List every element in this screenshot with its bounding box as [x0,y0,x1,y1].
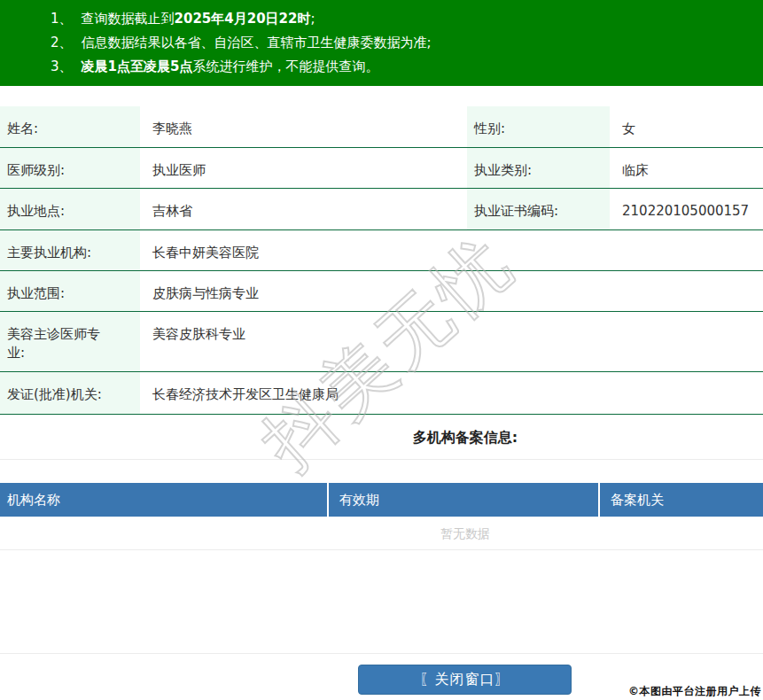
table-row: 发证(批准)机关: 长春经济技术开发区卫生健康局 [0,372,763,415]
result-content: 姓名: 李晓燕 性别: 女 医师级别: 执业医师 执业类别: 临床 执业地点: … [0,106,763,550]
footer-divider [0,653,763,654]
table-row: 医师级别: 执业医师 执业类别: 临床 [0,148,763,189]
field-label-practice-location: 执业地点: [0,189,140,229]
field-value-certificate-number: 210220105000157 [610,189,763,229]
field-label-main-institution: 主要执业机构: [0,230,140,270]
field-label-practice-category: 执业类别: [467,148,610,188]
notice-text-bold: 2025年4月20日22时 [175,11,311,27]
field-label-practice-scope: 执业范围: [0,271,140,311]
column-header-record-authority: 备案机关 [600,483,763,517]
table-row: 主要执业机构: 长春中妍美容医院 [0,230,763,271]
notice-text: 查询数据截止到 [82,11,175,27]
notice-number: 3、 [51,58,73,74]
records-section-title: 多机构备案信息: [0,415,763,460]
notice-line-1: 1、查询数据截止到2025年4月20日22时; [51,7,763,31]
table-row: 美容主诊医师专业: 美容皮肤科专业 [0,312,763,372]
notice-text-bold: 凌晨1点至凌晨5点 [82,58,193,74]
field-value-issuing-authority: 长春经济技术开发区卫生健康局 [140,372,763,414]
field-value-name: 李晓燕 [140,106,467,147]
column-header-validity-period: 有效期 [329,483,600,517]
field-value-practice-scope: 皮肤病与性病专业 [140,271,763,311]
notice-text: ; [310,11,315,27]
field-value-gender: 女 [610,106,763,147]
close-window-button[interactable]: 〖关闭窗口〗 [358,665,572,695]
records-table-header: 机构名称 有效期 备案机关 [0,483,763,517]
query-result-page: 1、查询数据截止到2025年4月20日22时; 2、信息数据结果以各省、自治区、… [0,0,763,700]
field-label-certificate-number: 执业证书编码: [467,189,610,229]
field-value-practice-location: 吉林省 [140,189,467,229]
records-empty-state: 暂无数据 [0,517,763,550]
field-label-doctor-level: 医师级别: [0,148,140,188]
table-row: 执业地点: 吉林省 执业证书编码: 210220105000157 [0,189,763,230]
notice-number: 2、 [51,35,73,51]
field-label-gender: 性别: [467,106,610,147]
notice-line-2: 2、信息数据结果以各省、自治区、直辖市卫生健康委数据为准; [51,31,763,55]
notice-number: 1、 [51,11,73,27]
column-header-institution-name: 机构名称 [0,483,329,517]
field-value-cosmetic-specialty: 美容皮肤科专业 [140,312,763,371]
field-value-main-institution: 长春中妍美容医院 [140,230,763,270]
field-label-name: 姓名: [0,106,140,147]
field-value-doctor-level: 执业医师 [140,148,467,188]
field-value-practice-category: 临床 [610,148,763,188]
field-label-issuing-authority: 发证(批准)机关: [0,372,140,414]
notice-text: 系统进行维护，不能提供查询。 [192,58,378,74]
notice-text: 信息数据结果以各省、自治区、直辖市卫生健康委数据为准; [82,35,432,51]
table-row: 姓名: 李晓燕 性别: 女 [0,106,763,148]
notice-line-3: 3、凌晨1点至凌晨5点系统进行维护，不能提供查询。 [51,55,763,79]
field-label-cosmetic-specialty: 美容主诊医师专业: [0,312,140,371]
copyright-stamp: ©本图由平台注册用户上传 [628,684,761,699]
table-row: 执业范围: 皮肤病与性病专业 [0,271,763,312]
notice-banner: 1、查询数据截止到2025年4月20日22时; 2、信息数据结果以各省、自治区、… [0,0,763,86]
doctor-info-table: 姓名: 李晓燕 性别: 女 医师级别: 执业医师 执业类别: 临床 执业地点: … [0,106,763,415]
